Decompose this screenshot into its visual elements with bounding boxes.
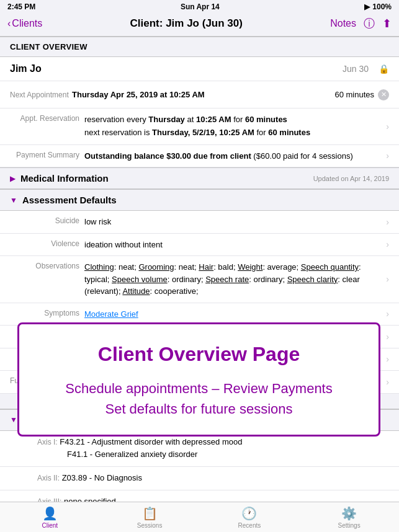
axisI-line2: F41.1 - Generalized anxiety disorder (37, 450, 197, 459)
status-right: ▶ 100% (364, 2, 392, 11)
chevron-left-icon: ‹ (7, 18, 11, 29)
nav-bar: ‹ Clients Client: Jim Jo (Jun 30) Notes … (0, 14, 399, 37)
observations-value: Clothing: neat; Grooming: neat; Hair: ba… (84, 261, 381, 298)
appt-reservation-row[interactable]: Appt. Reservation reservation every Thur… (0, 109, 399, 145)
payment-summary-label: Payment Summary (10, 150, 84, 162)
settings-tab-label: Settings (338, 522, 361, 529)
violence-label: Violence (10, 239, 84, 251)
recents-tab-label: Recents (238, 522, 261, 529)
medical-info-header[interactable]: ▶ Medical Information Updated on Apr 14,… (0, 167, 399, 189)
triangle-down-icon: ▼ (10, 196, 17, 205)
info-icon[interactable]: ⓘ (364, 16, 375, 31)
violence-value: ideation without intent (84, 239, 381, 251)
chevron-right-icon: › (381, 113, 389, 140)
appt-reservation-label: Appt. Reservation (10, 113, 84, 140)
close-icon[interactable]: ✕ (378, 89, 389, 100)
status-date: Sun Apr 14 (181, 2, 220, 11)
tab-bar: 👤 Client 📋 Sessions 🕐 Recents ⚙️ Setting… (0, 502, 399, 532)
diagnosis-axisII-row[interactable]: Axis II: Z03.89 - No Diagnosis (0, 467, 399, 490)
nav-actions: Notes ⓘ ⬆ (330, 16, 392, 31)
triangle-down-icon-2: ▼ (10, 415, 17, 424)
chevron-right-icon-4: › (381, 239, 389, 251)
chevron-right-icon-7: › (381, 330, 389, 343)
axisII-label: Axis II: (37, 474, 60, 482)
back-label: Clients (12, 18, 42, 29)
chevron-right-icon-9: › (381, 376, 389, 388)
assessment-defaults-header[interactable]: ▼ Assessment Defaults (0, 189, 399, 211)
chevron-right-icon-3: › (381, 216, 389, 228)
suicide-label: Suicide (10, 216, 84, 228)
client-tab-icon: 👤 (42, 506, 58, 521)
notes-button[interactable]: Notes (330, 18, 356, 29)
appt-reservation-content: reservation every Thursday at 10:25 AM f… (84, 113, 381, 140)
next-appointment-value: Thursday Apr 25, 2019 at 10:25 AM (72, 90, 334, 99)
chevron-right-icon-2: › (381, 150, 389, 162)
suicide-row[interactable]: Suicide low risk › (0, 211, 399, 234)
next-appointment-row[interactable]: Next Appointment Thursday Apr 25, 2019 a… (0, 81, 399, 109)
client-overview-header: Client Overview (0, 37, 399, 57)
lock-icon: 🔒 (379, 64, 389, 74)
medical-info-title: Medical Information (20, 173, 313, 184)
settings-tab-icon: ⚙️ (341, 506, 357, 521)
back-button[interactable]: ‹ Clients (7, 18, 42, 29)
chevron-right-icon-6: › (381, 308, 389, 321)
medical-info-updated: Updated on Apr 14, 2019 (313, 175, 389, 182)
status-time: 2:45 PM (7, 2, 35, 11)
client-name: Jim Jo (10, 63, 42, 74)
assessment-defaults-title: Assessment Defaults (22, 195, 389, 205)
observations-label: Observations (10, 261, 84, 298)
status-bar: 2:45 PM Sun Apr 14 ▶ 100% (0, 0, 399, 14)
client-tab-label: Client (42, 522, 58, 529)
observations-row[interactable]: Observations Clothing: neat; Grooming: n… (0, 256, 399, 303)
payment-summary-content: Outstanding balance $30.00 due from clie… (84, 150, 381, 162)
axisI-line1: F43.21 - Adjustment disorder with depres… (60, 437, 242, 446)
axisII-value: Z03.89 - No Diagnosis (62, 473, 142, 482)
chevron-right-icon-8: › (381, 353, 389, 366)
tab-client[interactable]: 👤 Client (0, 502, 100, 532)
client-dob: Jun 30 (343, 64, 369, 74)
chevron-right-icon-5: › (381, 261, 389, 298)
tab-sessions[interactable]: 📋 Sessions (100, 502, 200, 532)
suicide-value: low risk (84, 216, 381, 228)
battery-icon: 100% (372, 2, 392, 11)
sessions-tab-label: Sessions (137, 522, 163, 529)
symptoms-label: Symptoms (10, 308, 84, 321)
client-name-row: Jim Jo Jun 30 🔒 (0, 57, 399, 81)
symptoms-value: Moderate Grief (84, 308, 381, 321)
overlay-title: Client Overview Page (32, 343, 366, 366)
share-icon[interactable]: ⬆ (382, 17, 392, 30)
overlay-popup: Client Overview Page Schedule appointmen… (17, 322, 380, 437)
violence-row[interactable]: Violence ideation without intent › (0, 234, 399, 257)
tab-recents[interactable]: 🕐 Recents (200, 502, 300, 532)
nav-title: Client: Jim Jo (Jun 30) (130, 17, 243, 30)
payment-summary-row[interactable]: Payment Summary Outstanding balance $30.… (0, 145, 399, 168)
next-appointment-duration: 60 minutes (334, 90, 374, 99)
overlay-subtitle: Schedule appointments – Review Payments … (32, 378, 366, 419)
recents-tab-icon: 🕐 (241, 506, 257, 521)
sessions-tab-icon: 📋 (142, 506, 158, 521)
axisI-label: Axis I: (37, 438, 58, 446)
next-appointment-label: Next Appointment (10, 91, 72, 99)
triangle-right-icon: ▶ (10, 174, 16, 183)
wifi-icon: ▶ (364, 2, 370, 11)
tab-settings[interactable]: ⚙️ Settings (299, 502, 399, 532)
